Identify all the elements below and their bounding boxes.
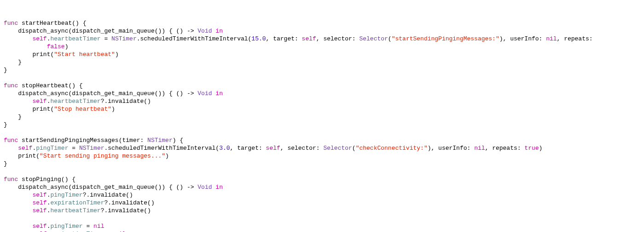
string: "startSendingPingingMessages:" — [392, 35, 499, 42]
keyword-func: func — [4, 82, 18, 89]
keyword-nil: nil — [474, 145, 485, 152]
label: , repeats: — [485, 145, 525, 152]
dispatch-main: dispatch_get_main_queue — [72, 28, 154, 34]
code-block: func startHeartbeat() { dispatch_async(d… — [4, 19, 640, 232]
label: , userInfo: — [431, 145, 475, 152]
func-name: stopPinging — [22, 176, 61, 183]
member-expiration: expirationTimer — [50, 199, 104, 206]
member-pingtimer: pingTimer — [50, 192, 82, 198]
dispatch-async: dispatch_async — [18, 28, 68, 34]
member-heartbeat: heartbeatTimer — [50, 207, 100, 214]
keyword-self: self — [302, 35, 316, 42]
keyword-func: func — [4, 176, 18, 183]
keyword-func: func — [4, 137, 18, 144]
string: "Stop heartbeat" — [54, 106, 111, 113]
type-nstimer: NSTimer — [147, 137, 173, 144]
method: invalidate — [108, 98, 144, 105]
print-fn: print — [32, 106, 50, 113]
keyword-nil: nil — [93, 223, 104, 230]
type-nstimer: NSTimer — [111, 35, 137, 42]
label: , repeats: — [557, 35, 597, 42]
string: "Start sending pinging messages..." — [40, 153, 165, 159]
print-fn: print — [32, 51, 50, 58]
method: scheduledTimerWithTimeInterval — [108, 145, 215, 152]
func-name: startSendingPingingMessages — [22, 137, 119, 144]
type-selector: Selector — [359, 35, 388, 42]
keyword-true: true — [524, 145, 539, 152]
method: scheduledTimerWithTimeInterval — [140, 35, 248, 42]
member-pingtimer: pingTimer — [36, 145, 68, 152]
keyword-in: in — [215, 28, 223, 34]
keyword-in: in — [215, 90, 223, 97]
keyword-self: self — [32, 199, 46, 206]
func-name: startHeartbeat — [22, 20, 72, 27]
string: "checkConnectivity:" — [356, 145, 428, 152]
method: invalidate — [108, 207, 144, 214]
keyword-self: self — [18, 145, 32, 152]
dispatch-async: dispatch_async — [18, 90, 68, 97]
member-heartbeat: heartbeatTimer — [50, 35, 100, 42]
dispatch-async: dispatch_async — [18, 184, 68, 191]
number: 15.0 — [251, 35, 266, 42]
keyword-in: in — [215, 184, 223, 191]
keyword-self: self — [32, 98, 46, 105]
print-fn: print — [18, 153, 36, 159]
keyword-false: false — [47, 43, 65, 50]
dispatch-main: dispatch_get_main_queue — [72, 90, 154, 97]
type-void: Void — [197, 184, 212, 191]
keyword-self: self — [266, 145, 280, 152]
label: , target: — [230, 145, 266, 152]
type-nstimer: NSTimer — [79, 145, 104, 152]
method: invalidate — [90, 192, 126, 198]
keyword-self: self — [32, 35, 46, 42]
member-heartbeat: heartbeatTimer — [50, 98, 100, 105]
number: 3.0 — [219, 145, 230, 152]
label: , target: — [266, 35, 302, 42]
label: , userInfo: — [503, 35, 546, 42]
type-void: Void — [197, 28, 212, 34]
keyword-self: self — [32, 223, 46, 230]
param-label: timer — [122, 137, 140, 144]
func-name: stopHeartbeat — [22, 82, 68, 89]
method: invalidate — [111, 199, 147, 206]
label: , selector: — [316, 35, 360, 42]
type-void: Void — [197, 90, 212, 97]
member-pingtimer: pingTimer — [50, 223, 82, 230]
label: , selector: — [280, 145, 324, 152]
keyword-self: self — [32, 207, 46, 214]
type-selector: Selector — [323, 145, 352, 152]
keyword-func: func — [4, 20, 18, 27]
keyword-nil: nil — [546, 35, 557, 42]
dispatch-main: dispatch_get_main_queue — [72, 184, 154, 191]
keyword-self: self — [32, 192, 46, 198]
string: "Start heartbeat" — [54, 51, 115, 58]
